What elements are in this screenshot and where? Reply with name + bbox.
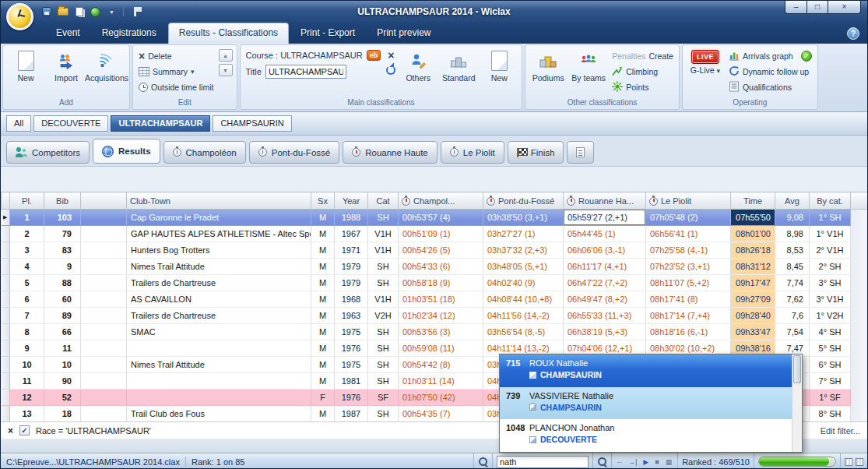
cell[interactable]: 09h28'40 bbox=[731, 308, 775, 324]
cell[interactable]: SH bbox=[368, 340, 399, 357]
cell[interactable]: SH bbox=[368, 406, 399, 422]
cell[interactable]: 9 bbox=[44, 259, 81, 275]
cell[interactable]: 89 bbox=[44, 308, 81, 324]
cell[interactable]: 09h17'47 bbox=[731, 275, 775, 291]
cell[interactable]: 07h23'52 (3,+1) bbox=[646, 259, 731, 275]
dynamic-follow-up-button[interactable]: Dynamic follow up bbox=[726, 64, 815, 79]
cell[interactable] bbox=[81, 406, 127, 422]
cell[interactable]: 8,98 bbox=[775, 226, 810, 242]
cell[interactable]: 60 bbox=[44, 291, 81, 308]
cell[interactable]: SH bbox=[368, 275, 399, 291]
cell[interactable]: 7,74 bbox=[775, 275, 810, 291]
cell[interactable]: 1975 bbox=[335, 357, 368, 373]
by-teams-button[interactable]: By teams bbox=[568, 47, 609, 98]
open-folder-icon[interactable] bbox=[56, 5, 69, 18]
minimize-button[interactable]: – bbox=[785, 1, 807, 14]
column-header[interactable]: By cat. bbox=[810, 192, 851, 210]
cell[interactable]: 08h11'07 (5,+2) bbox=[646, 275, 731, 291]
cell[interactable]: 79 bbox=[44, 226, 81, 242]
cell[interactable]: 3° SH bbox=[810, 275, 851, 291]
row-selector[interactable] bbox=[2, 373, 10, 390]
cell[interactable] bbox=[127, 373, 311, 390]
cell[interactable]: 8° SH bbox=[810, 406, 851, 422]
view-tab[interactable]: Results bbox=[93, 139, 160, 164]
cell[interactable]: 1 bbox=[10, 210, 44, 226]
cell[interactable]: M bbox=[311, 226, 335, 242]
cell[interactable]: SH bbox=[368, 259, 399, 275]
row-selector[interactable] bbox=[2, 275, 10, 291]
cell[interactable]: 08h31'12 bbox=[731, 259, 775, 275]
remove-classification-icon[interactable]: × bbox=[388, 50, 394, 61]
cell[interactable]: F bbox=[311, 390, 335, 406]
table-row[interactable]: 279GAP HAUTES ALPES ATHLETISME - Altec S… bbox=[2, 226, 868, 242]
points-button[interactable]: Points bbox=[609, 79, 676, 95]
row-selector[interactable] bbox=[2, 390, 10, 406]
cell[interactable]: 00h58'18 (9) bbox=[399, 275, 483, 291]
cell[interactable]: 12 bbox=[10, 390, 44, 406]
edit-filter-link[interactable]: Edit filter... bbox=[821, 426, 860, 436]
cell[interactable]: 11 bbox=[10, 373, 44, 390]
cell[interactable]: 06h55'33 (11,+3) bbox=[564, 308, 646, 324]
qat-dropdown-icon[interactable]: ▾ bbox=[105, 5, 118, 18]
cell[interactable]: 88 bbox=[44, 275, 81, 291]
table-row[interactable]: 383Hunters Bog TrottersM1971V1H00h54'26 … bbox=[2, 242, 868, 259]
cell[interactable]: V1H bbox=[368, 226, 399, 242]
documents-icon[interactable] bbox=[72, 5, 86, 18]
nav-play-icon[interactable]: ▶ bbox=[641, 458, 650, 466]
cell[interactable]: 7° SH bbox=[810, 373, 851, 390]
cell[interactable]: 08h18'16 (6,-1) bbox=[646, 324, 731, 340]
cell[interactable]: 03h38'50 (3,+1) bbox=[483, 210, 564, 226]
cell[interactable]: 09h33'47 bbox=[731, 324, 775, 340]
cell[interactable]: 01h03'51 (18) bbox=[399, 291, 483, 308]
cell[interactable]: 00h53'56 (3) bbox=[399, 324, 483, 340]
cell[interactable]: 06h56'41 (1) bbox=[646, 226, 731, 242]
cell[interactable]: SH bbox=[368, 324, 399, 340]
cell[interactable]: 5 bbox=[10, 275, 44, 291]
cell[interactable]: 5° SH bbox=[810, 340, 851, 357]
column-header[interactable]: Year bbox=[335, 192, 368, 210]
popup-entry[interactable]: 715ROUX NathalieCHAMPSAURIN bbox=[500, 354, 792, 387]
cell[interactable]: 4° SH bbox=[810, 324, 851, 340]
cell[interactable]: 03h37'32 (2,+3) bbox=[483, 242, 564, 259]
view-tab[interactable]: Champoléon bbox=[163, 141, 246, 164]
cell[interactable]: M bbox=[311, 291, 335, 308]
column-header[interactable]: Bib bbox=[44, 192, 81, 210]
close-button[interactable]: × bbox=[828, 1, 861, 14]
cell[interactable]: Trailers de Chartreuse bbox=[127, 308, 311, 324]
cell[interactable]: 9 bbox=[10, 340, 44, 357]
cell[interactable]: Nimes Trail Attitude bbox=[127, 259, 311, 275]
cell[interactable]: 00h54'35 (7) bbox=[399, 406, 483, 422]
cell[interactable]: 8,45 bbox=[775, 259, 810, 275]
qualifications-button[interactable]: Qualifications bbox=[726, 79, 815, 95]
cell[interactable]: 01h03'11 (14) bbox=[399, 373, 483, 390]
cell[interactable]: M bbox=[311, 357, 335, 373]
row-selector[interactable] bbox=[2, 406, 10, 422]
column-header[interactable]: Sx bbox=[311, 192, 335, 210]
cell[interactable]: 18 bbox=[44, 406, 81, 422]
delete-button[interactable]: × Delete bbox=[135, 48, 217, 64]
cell[interactable]: 6 bbox=[10, 291, 44, 308]
table-row[interactable]: 588Trailers de ChartreuseM1979SH00h58'18… bbox=[2, 275, 868, 291]
popup-scrollbar-thumb[interactable] bbox=[793, 355, 801, 383]
cell[interactable] bbox=[81, 357, 127, 373]
cell[interactable]: 08h17'41 (8) bbox=[646, 291, 731, 308]
cell[interactable]: M bbox=[311, 406, 335, 422]
column-header[interactable]: Rouanne Ha... bbox=[564, 192, 646, 210]
cell[interactable]: 06h11'17 (4,+1) bbox=[564, 259, 646, 275]
table-row[interactable]: ▶1103Cap Garonne le PradetM1988SH00h53'5… bbox=[2, 210, 868, 226]
app-logo-icon[interactable] bbox=[6, 3, 33, 30]
table-row[interactable]: 660AS CAVAILLONM1968V1H01h03'51 (18)04h0… bbox=[2, 291, 868, 308]
cell[interactable]: 03h48'05 (5,+1) bbox=[483, 259, 564, 275]
ribbon-tab[interactable]: Results - Classifications bbox=[168, 23, 289, 44]
column-header[interactable]: Avg bbox=[775, 192, 810, 210]
cell[interactable] bbox=[81, 226, 127, 242]
cell[interactable]: 00h59'08 (11) bbox=[399, 340, 483, 357]
race-tab[interactable]: CHAMPSAURIN bbox=[213, 115, 291, 132]
table-row[interactable]: 866SMACM1975SH00h53'56 (3)03h56'54 (8,-5… bbox=[2, 324, 868, 340]
cell[interactable]: AS CAVAILLON bbox=[127, 291, 311, 308]
cell[interactable]: 08h26'18 bbox=[731, 242, 775, 259]
cell[interactable]: 52 bbox=[44, 390, 81, 406]
cell[interactable]: M bbox=[311, 259, 335, 275]
row-selector[interactable] bbox=[2, 340, 10, 357]
cell[interactable]: 4 bbox=[10, 259, 44, 275]
